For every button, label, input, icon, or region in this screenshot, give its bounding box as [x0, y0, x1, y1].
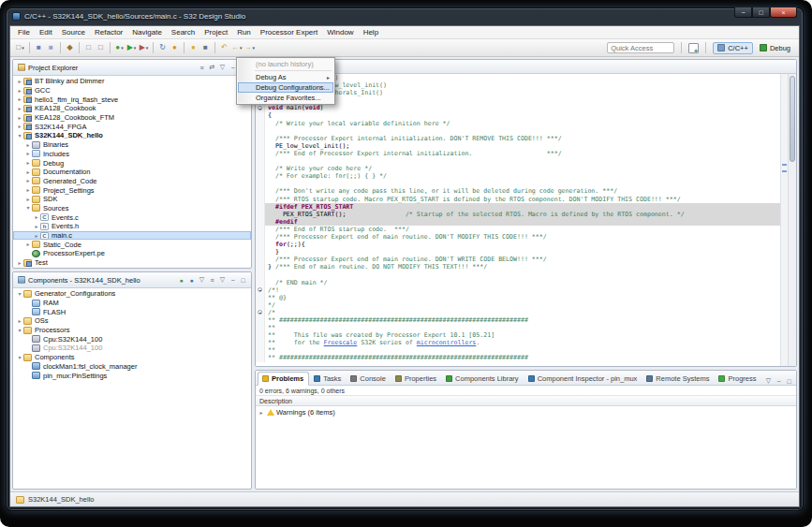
code-line[interactable]: */	[256, 301, 780, 309]
view-menu-icon[interactable]: ▽	[217, 276, 228, 284]
expander-expanded-icon[interactable]: ▾	[24, 205, 32, 211]
menu-edit[interactable]: Edit	[35, 27, 57, 37]
code-line[interactable]: /*** End of RTOS startup code. ***/	[256, 226, 780, 233]
minimize-icon[interactable]: −	[228, 277, 238, 284]
tree-item-processors[interactable]: ▾Processors	[13, 326, 251, 335]
expander-collapsed-icon[interactable]: ▸	[24, 242, 32, 247]
processor-icon[interactable]: ●	[186, 277, 197, 284]
tree-item-generated-code[interactable]: ▸Generated_Code	[13, 177, 251, 186]
generate-code-icon[interactable]: ●	[176, 277, 186, 284]
menu-window[interactable]: Window	[322, 27, 358, 37]
dropdown-caret-icon[interactable]: ▾	[134, 45, 137, 51]
code-line[interactable]: ** This file was created by Processor Ex…	[256, 331, 780, 339]
save-all-icon[interactable]: ■	[45, 41, 57, 54]
expander-collapsed-icon[interactable]: ▸	[33, 233, 40, 239]
code-line[interactable]: #ifdef PEX_RTOS_START	[256, 203, 780, 211]
tree-item-events-c[interactable]: ▸Events.c	[13, 212, 251, 222]
scrollbar-thumb[interactable]	[790, 76, 795, 162]
code-line[interactable]: /*** Processor Expert end of main routin…	[256, 256, 780, 263]
expander-collapsed-icon[interactable]: ▸	[16, 260, 23, 266]
maximize-button[interactable]: □	[752, 7, 770, 18]
back-icon[interactable]: ←▾	[230, 41, 244, 54]
fold-collapse-icon[interactable]	[258, 106, 262, 110]
external-tools-icon[interactable]: ▶▾	[138, 41, 150, 54]
menu-source[interactable]: Source	[57, 27, 90, 37]
expander-collapsed-icon[interactable]: ▸	[24, 169, 32, 175]
expander-collapsed-icon[interactable]: ▸	[258, 410, 265, 416]
tree-item-s32k144-fpga[interactable]: ▸S32K144_FPGA	[13, 122, 251, 131]
build-icon[interactable]: ◆	[64, 41, 76, 54]
expander-expanded-icon[interactable]: ▾	[16, 291, 23, 297]
open-perspective-icon[interactable]	[688, 43, 699, 53]
tree-item-events-h[interactable]: ▸Events.h	[13, 222, 251, 231]
collapse-all-icon[interactable]: ≡	[197, 65, 207, 71]
expander-collapsed-icon[interactable]: ▸	[16, 96, 23, 102]
dropdown-caret-icon[interactable]: ▾	[240, 45, 243, 51]
processor-expert-generate-icon[interactable]: ↻	[156, 41, 169, 54]
code-line[interactable]: /*!	[256, 286, 780, 294]
code-line[interactable]: /*** Don't write any code pass this line…	[256, 187, 780, 195]
code-line[interactable]: /*** Processor Expert internal initializ…	[256, 135, 780, 142]
tree-item-kea128-cookbook-ftm[interactable]: ▸KEA128_Cookbook_FTM	[13, 113, 251, 123]
problems-group-row[interactable]: ▸Warnings (6 items)	[256, 407, 796, 417]
code-line[interactable]: **	[256, 324, 780, 331]
code-line[interactable]	[256, 157, 780, 165]
tab-properties[interactable]: Properties	[391, 373, 441, 385]
new-cpp-project-icon[interactable]: □	[95, 41, 107, 54]
code-line[interactable]: void main(void)	[256, 104, 780, 111]
tree-item-cpu-s32k144-100[interactable]: Cpu:S32K144_100	[13, 334, 251, 344]
code-line[interactable]: /* For example: for(;;) { } */	[256, 172, 780, 180]
tree-item-gcc[interactable]: ▸GCC	[13, 86, 251, 95]
column-header-description[interactable]: Description	[259, 398, 300, 404]
project-explorer-tab[interactable]: Project Explorer	[16, 64, 81, 72]
tree-item-binaries[interactable]: ▸Binaries	[13, 140, 251, 150]
new-c-project-icon[interactable]: □	[82, 41, 95, 54]
menu-processor-expert[interactable]: Processor Expert	[256, 27, 322, 37]
expander-expanded-icon[interactable]: ▾	[16, 133, 23, 139]
quick-access-input[interactable]	[607, 42, 674, 53]
tab-component-inspector-pin-mux[interactable]: Component Inspector - pin_mux	[524, 373, 642, 385]
tab-console[interactable]: Console	[347, 373, 391, 385]
tree-item-flash[interactable]: FLASH	[13, 307, 251, 316]
expander-collapsed-icon[interactable]: ▸	[33, 214, 40, 220]
tree-item-generator-configurations[interactable]: ▾Generator_Configurations	[13, 289, 251, 299]
tree-item-test[interactable]: ▸Test	[13, 258, 251, 268]
tab-remote-systems[interactable]: Remote Systems	[642, 373, 714, 385]
tab-tasks[interactable]: Tasks	[310, 373, 346, 385]
expander-collapsed-icon[interactable]: ▸	[24, 151, 32, 156]
tree-item-pin-mux-pinsettings[interactable]: pin_mux:PinSettings	[13, 371, 251, 380]
tree-item-documentation[interactable]: ▸Documentation	[13, 168, 251, 177]
expander-collapsed-icon[interactable]: ▸	[16, 106, 23, 111]
perspective-c-c[interactable]: C/C++	[713, 42, 753, 54]
collapse-all-icon[interactable]: ≡	[207, 277, 217, 284]
dropdown-caret-icon[interactable]: ▾	[253, 45, 256, 51]
code-line[interactable]: /* Write your code here */	[256, 165, 780, 172]
menu-run[interactable]: Run	[232, 27, 256, 37]
view-menu-icon[interactable]: ▽	[763, 377, 774, 385]
code-line[interactable]: }	[256, 248, 780, 256]
components-tab[interactable]: Components - S32K144_SDK_hello	[16, 276, 144, 285]
expander-collapsed-icon[interactable]: ▸	[16, 318, 23, 324]
code-line[interactable]: ** @}	[256, 294, 780, 301]
editor-scrollbar[interactable]	[788, 74, 796, 366]
expander-collapsed-icon[interactable]: ▸	[24, 142, 32, 148]
tree-item-main-c[interactable]: ▸main.c	[13, 231, 251, 241]
tree-item-cpu-s32k144-100[interactable]: Cpu:S32K144_100	[13, 344, 251, 353]
expander-collapsed-icon[interactable]: ▸	[24, 187, 32, 193]
minimize-button[interactable]: −	[734, 7, 752, 18]
code-editor[interactable]: ** - main()** - PE_low_level_init()** - …	[256, 74, 780, 366]
debug-icon[interactable]: ●▾	[113, 41, 125, 54]
menu-item-organize-favorites[interactable]: Organize Favorites...	[238, 93, 333, 103]
expander-collapsed-icon[interactable]: ▸	[16, 115, 23, 121]
perspective-debug[interactable]: Debug	[755, 42, 795, 54]
dropdown-caret-icon[interactable]: ▾	[146, 45, 149, 51]
tree-item-clockman1-fsl-clock-manager[interactable]: clockMan1:fsl_clock_manager	[13, 362, 251, 372]
new-wizard-icon[interactable]: □▾	[14, 41, 26, 54]
code-line[interactable]	[256, 271, 780, 278]
tab-problems[interactable]: Problems	[258, 372, 309, 386]
expander-collapsed-icon[interactable]: ▸	[16, 124, 23, 129]
code-line[interactable]: /* END main */	[256, 279, 780, 286]
code-line[interactable]: #endif	[256, 218, 780, 226]
code-line[interactable]	[256, 127, 780, 135]
expander-expanded-icon[interactable]: ▾	[16, 355, 23, 360]
